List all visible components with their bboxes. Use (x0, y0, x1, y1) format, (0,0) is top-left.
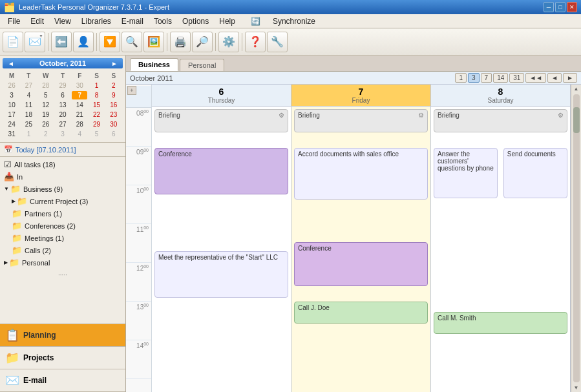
minimize-button[interactable]: ─ (544, 2, 554, 12)
cal-day[interactable]: 6 (106, 130, 121, 138)
view-14day[interactable]: 14 (493, 73, 508, 83)
cal-day[interactable]: 27 (55, 120, 70, 129)
event-briefing-8[interactable]: ⚙ Briefing (434, 109, 567, 132)
tree-conferences[interactable]: 📁 Conferences (2) (0, 220, 125, 232)
day-content-8[interactable]: ⚙ Briefing Answer the customers' questio… (431, 107, 570, 392)
cal-day[interactable]: 28 (72, 120, 87, 129)
event-briefing-6[interactable]: ⚙ Briefing (154, 109, 288, 132)
cal-day[interactable]: 6 (55, 91, 70, 99)
tab-personal[interactable]: Personal (180, 59, 224, 71)
cal-day[interactable]: 4 (72, 130, 87, 138)
cal-day[interactable]: 12 (38, 101, 54, 109)
image-button[interactable]: 🖼️ (143, 32, 164, 52)
cal-day[interactable]: 10 (4, 101, 19, 109)
menu-email[interactable]: E-mail (116, 15, 149, 27)
menu-options[interactable]: Options (177, 15, 214, 27)
settings-button[interactable]: ⚙️ (218, 32, 239, 52)
cal-day[interactable]: 4 (21, 91, 36, 99)
menu-edit[interactable]: Edit (25, 15, 49, 27)
cal-day[interactable]: 24 (4, 120, 19, 129)
nav-planning[interactable]: 📋 Planning (0, 324, 125, 347)
event-answer-8[interactable]: Answer the customers' questions by phone (434, 148, 498, 198)
cal-day[interactable]: 17 (4, 110, 19, 119)
cal-day[interactable]: 28 (38, 81, 54, 90)
nav-projects[interactable]: 📁 Projects (0, 347, 125, 369)
cal-day[interactable]: 11 (21, 101, 36, 109)
cal-next-button[interactable]: ► (109, 60, 120, 67)
menu-view[interactable]: View (49, 15, 76, 27)
cal-day[interactable]: 13 (55, 101, 70, 109)
event-conference-6[interactable]: Conference (154, 148, 288, 194)
cal-day[interactable]: 16 (106, 101, 121, 109)
close-button[interactable]: ✕ (567, 2, 577, 12)
nav-forward-button[interactable]: 👤 (73, 32, 94, 52)
event-briefing-7[interactable]: ⚙ Briefing (294, 109, 428, 132)
day-content-7[interactable]: ⚙ Briefing Accord documents with sales o… (291, 107, 430, 392)
today-label[interactable]: 📅 Today [07.10.2011] (0, 143, 125, 157)
cal-day[interactable]: 3 (4, 91, 19, 99)
tree-partners[interactable]: 📁 Partners (1) (0, 207, 125, 220)
cal-day[interactable]: 22 (89, 110, 104, 119)
cal-day[interactable]: 29 (55, 81, 70, 90)
cal-day[interactable]: 14 (72, 101, 87, 109)
maximize-button[interactable]: □ (555, 2, 565, 12)
cal-day[interactable]: 29 (89, 120, 104, 129)
scroll-down-button[interactable]: ▼ (573, 384, 580, 392)
cal-day[interactable]: 31 (4, 130, 19, 138)
cal-day[interactable]: 30 (106, 120, 121, 129)
cal-day[interactable]: 1 (89, 81, 104, 90)
menu-file[interactable]: File (3, 15, 25, 27)
cal-day[interactable]: 20 (55, 110, 70, 119)
new-button[interactable]: 📄 (3, 32, 23, 52)
nav-email[interactable]: ✉️ E-mail (0, 369, 125, 392)
cal-day[interactable]: 27 (21, 81, 36, 90)
view-prev-prev[interactable]: ◄◄ (525, 73, 546, 83)
cal-day[interactable]: 26 (4, 81, 19, 90)
cal-prev-button[interactable]: ◄ (5, 60, 17, 67)
day-content-6[interactable]: ⚙ Briefing Conference Meet the represent… (152, 107, 291, 392)
scroll-thumb[interactable] (573, 107, 580, 133)
scroll-up-button[interactable]: ▲ (573, 85, 580, 93)
cal-day[interactable]: 1 (21, 130, 36, 138)
cal-day[interactable]: 30 (72, 81, 87, 90)
event-call-jdoe[interactable]: Call J. Doe (294, 302, 428, 324)
view-prev[interactable]: ◄ (547, 73, 562, 83)
cal-day[interactable]: 23 (106, 110, 121, 119)
cal-day[interactable]: 15 (89, 101, 104, 109)
tool-button[interactable]: 🔧 (267, 32, 288, 52)
cal-day[interactable]: 21 (72, 110, 87, 119)
event-call-msmith[interactable]: Call M. Smith (434, 312, 567, 334)
tree-meetings[interactable]: 📁 Meetings (1) (0, 232, 125, 244)
cal-day[interactable]: 5 (38, 91, 54, 99)
tab-business[interactable]: Business (130, 58, 178, 71)
event-send-8[interactable]: Send documents (503, 148, 567, 198)
view-31day[interactable]: 31 (509, 73, 524, 83)
tree-in[interactable]: 📥 In (0, 170, 125, 183)
tree-all-tasks[interactable]: ☑ All tasks (18) (0, 158, 125, 170)
cal-day[interactable]: 19 (38, 110, 54, 119)
view-3day[interactable]: 3 (468, 73, 480, 83)
cal-day[interactable]: 8 (89, 91, 104, 99)
tree-business[interactable]: ▼ 📁 Business (9) (0, 183, 125, 195)
view-1day[interactable]: 1 (455, 73, 467, 83)
tree-personal[interactable]: ▶ 📁 Personal (0, 256, 125, 269)
cal-day[interactable]: 5 (89, 130, 104, 138)
cal-day[interactable]: 2 (38, 130, 54, 138)
menu-libraries[interactable]: Libraries (76, 15, 116, 27)
nav-back-button[interactable]: ⬅️ (51, 32, 72, 52)
cal-day[interactable]: 3 (55, 130, 70, 138)
cal-day-today[interactable]: 7 (72, 91, 87, 99)
email-button[interactable]: ✉️▼ (25, 32, 45, 52)
event-meet-6[interactable]: Meet the representative of the "Start" L… (154, 251, 288, 298)
view-7day[interactable]: 7 (481, 73, 492, 83)
menu-tools[interactable]: Tools (149, 15, 177, 27)
tree-current-project[interactable]: ▶ 📁 Current Project (3) (0, 195, 125, 207)
cal-day[interactable]: 18 (21, 110, 36, 119)
search-button[interactable]: 🔍 (121, 32, 142, 52)
tree-calls[interactable]: 📁 Calls (2) (0, 244, 125, 256)
cal-day[interactable]: 2 (106, 81, 121, 90)
help-button[interactable]: ❓ (245, 32, 266, 52)
cal-day[interactable]: 26 (38, 120, 54, 129)
expand-button[interactable]: + (127, 86, 136, 95)
event-conference-7[interactable]: Conference (294, 242, 428, 286)
